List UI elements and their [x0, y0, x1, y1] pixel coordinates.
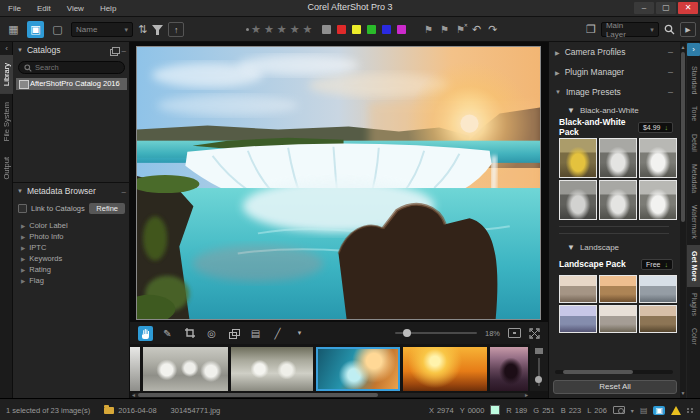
- slideshow-icon[interactable]: ▶: [680, 22, 696, 37]
- tree-item-rating[interactable]: ▶Rating: [21, 264, 130, 275]
- tab-color[interactable]: Color: [687, 322, 700, 351]
- collapse-section-icon[interactable]: –: [668, 67, 673, 77]
- search-icon[interactable]: [664, 24, 675, 35]
- tree-item-flag[interactable]: ▶Flag: [21, 275, 130, 286]
- tree-item-photo-info[interactable]: ▶Photo Info: [21, 231, 130, 242]
- collapse-section-icon[interactable]: –: [122, 46, 126, 55]
- histogram-icon[interactable]: ▤: [640, 406, 648, 415]
- line-tool[interactable]: ╱: [270, 326, 285, 341]
- scrollbar-thumb[interactable]: [681, 52, 685, 222]
- group-landscape[interactable]: ▼ Landscape: [549, 239, 679, 255]
- scroll-down-icon[interactable]: ▼: [680, 390, 686, 396]
- tree-item-iptc[interactable]: ▶IPTC: [21, 242, 130, 253]
- collapse-section-icon[interactable]: –: [668, 87, 673, 97]
- section-camera-profiles[interactable]: ▶ Camera Profiles –: [549, 42, 679, 62]
- preset-thumb-ls-6[interactable]: [639, 305, 677, 333]
- tab-output[interactable]: Output: [0, 149, 13, 188]
- preset-thumb-ls-3[interactable]: [639, 275, 677, 303]
- reset-all-button[interactable]: Reset All: [553, 380, 677, 394]
- single-view-icon[interactable]: ▢: [49, 21, 66, 38]
- preset-thumb-ls-2[interactable]: [599, 275, 637, 303]
- chevron-down-icon[interactable]: ▾: [631, 407, 634, 414]
- thumbnail-4-selected[interactable]: [316, 347, 400, 391]
- tab-plugins[interactable]: Plugins: [687, 287, 700, 322]
- flag-pick-icon[interactable]: ⚑: [424, 24, 433, 35]
- pan-tool[interactable]: [138, 326, 153, 341]
- thumbnail-2[interactable]: [143, 347, 228, 391]
- preset-thumb-bw-4[interactable]: [559, 180, 597, 220]
- new-catalog-icon[interactable]: [110, 47, 118, 54]
- preset-thumb-ls-1[interactable]: [559, 275, 597, 303]
- standard-view-icon[interactable]: ▣: [27, 21, 44, 38]
- link-to-catalogs-checkbox[interactable]: [18, 204, 27, 213]
- undo-icon[interactable]: ↶: [472, 21, 481, 38]
- resize-grip[interactable]: [687, 408, 694, 413]
- tab-get-more[interactable]: Get More: [687, 245, 700, 287]
- thumbnail-size-slider[interactable]: [530, 344, 548, 391]
- region-tool[interactable]: ▤: [248, 326, 263, 341]
- sort-direction-icon[interactable]: ⇅: [138, 21, 147, 38]
- right-panel-scrollbar[interactable]: ▲ ▼: [680, 42, 686, 398]
- get-pack-button[interactable]: Free ↓: [641, 259, 673, 270]
- warning-icon[interactable]: [671, 406, 681, 415]
- catalog-search[interactable]: [18, 61, 125, 74]
- star-rating-4-icon[interactable]: ★: [290, 23, 301, 36]
- thumbnail-6[interactable]: [490, 347, 528, 391]
- tools-chevron[interactable]: ▾: [292, 326, 307, 341]
- group-black-and-white[interactable]: ▼ Black-and-White: [549, 102, 679, 118]
- flag-clear-icon[interactable]: ⚑✕: [456, 24, 465, 35]
- fit-to-window-icon[interactable]: [508, 328, 521, 338]
- preset-thumb-bw-3[interactable]: [639, 138, 677, 178]
- size-slider-handle[interactable]: [535, 376, 542, 383]
- soft-proof-icon[interactable]: ▣: [653, 406, 665, 415]
- tree-item-keywords[interactable]: ▶Keywords: [21, 253, 130, 264]
- swatch-magenta[interactable]: [397, 25, 406, 34]
- preset-thumb-bw-6[interactable]: [639, 180, 677, 220]
- collapse-panel-icon[interactable]: ‹: [0, 42, 13, 55]
- scroll-up-icon[interactable]: ▲: [680, 44, 686, 50]
- layer-dropdown[interactable]: Main Layer ▾: [601, 22, 659, 37]
- thumbnail-5[interactable]: [403, 347, 487, 391]
- catalogs-header[interactable]: ▼ Catalogs –: [13, 42, 130, 58]
- star-rating-2-icon[interactable]: ★: [264, 23, 275, 36]
- section-image-presets[interactable]: ▼ Image Presets –: [549, 82, 679, 102]
- layer-page-icon[interactable]: ❐: [586, 21, 596, 38]
- flag-reject-icon[interactable]: ⚑: [440, 24, 449, 35]
- fullscreen-icon[interactable]: [529, 328, 540, 339]
- close-button[interactable]: ✕: [678, 2, 698, 14]
- scrollbar-thumb[interactable]: [563, 370, 633, 374]
- scrollbar-thumb[interactable]: [138, 393, 378, 397]
- collapse-section-icon[interactable]: –: [668, 47, 673, 57]
- zoom-slider[interactable]: [395, 332, 477, 334]
- scroll-left-icon[interactable]: ◂: [132, 391, 135, 398]
- preset-thumb-ls-5[interactable]: [599, 305, 637, 333]
- camera-icon[interactable]: [613, 406, 625, 414]
- tab-detail[interactable]: Detail: [687, 128, 700, 158]
- tab-metadata[interactable]: Metadata: [687, 158, 700, 199]
- catalog-item[interactable]: AfterShotPro Catalog 2016: [16, 78, 127, 90]
- minimize-button[interactable]: –: [634, 2, 654, 14]
- swatch-blue[interactable]: [382, 25, 391, 34]
- tab-tone[interactable]: Tone: [687, 100, 700, 127]
- swatch-green[interactable]: [367, 25, 376, 34]
- tab-standard[interactable]: Standard: [687, 60, 700, 100]
- redo-icon[interactable]: ↷: [488, 21, 497, 38]
- clone-tool[interactable]: [226, 326, 241, 341]
- tab-file-system[interactable]: File System: [0, 94, 13, 149]
- thumbnail-3[interactable]: [231, 347, 313, 391]
- export-icon[interactable]: ↑: [168, 22, 184, 37]
- collapse-section-icon[interactable]: –: [122, 187, 126, 196]
- grid-view-icon[interactable]: ▦: [5, 21, 22, 38]
- star-rating-1-icon[interactable]: ★: [251, 23, 262, 36]
- swatch-yellow[interactable]: [352, 25, 361, 34]
- preset-thumb-ls-4[interactable]: [559, 305, 597, 333]
- refine-button[interactable]: Refine: [89, 203, 125, 214]
- presets-scrollbar[interactable]: [555, 370, 673, 374]
- preset-thumb-bw-2[interactable]: [599, 138, 637, 178]
- buy-pack-button[interactable]: $4.99 ↓: [638, 122, 673, 133]
- thumbnail-1[interactable]: [130, 347, 140, 391]
- preset-thumb-bw-1[interactable]: [559, 138, 597, 178]
- filmstrip-scrollbar[interactable]: ◂ ▸: [132, 393, 528, 397]
- main-image[interactable]: [136, 46, 541, 320]
- clear-rating-icon[interactable]: [246, 28, 249, 31]
